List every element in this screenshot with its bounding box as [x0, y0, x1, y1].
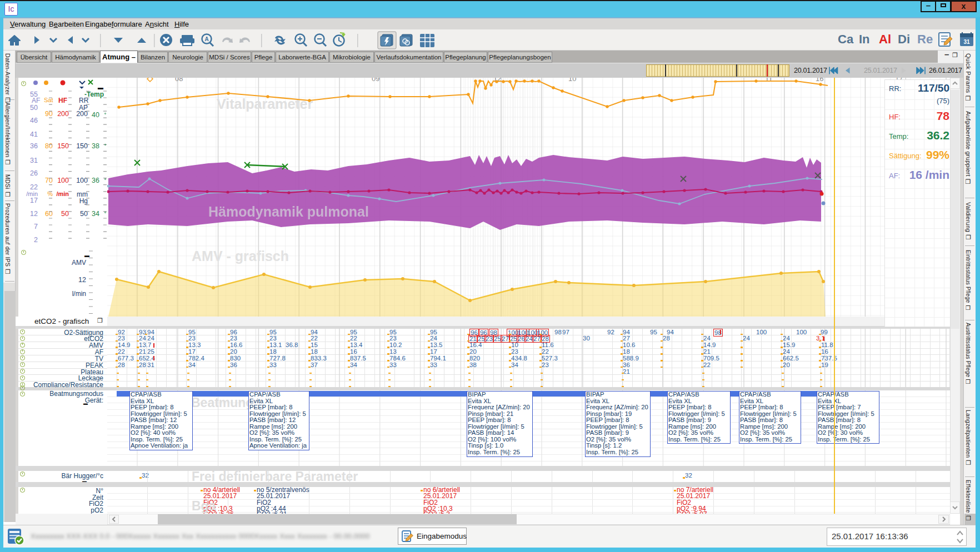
svg-text:Vitalparameter: Vitalparameter [217, 96, 313, 112]
svg-text:10: 10 [568, 78, 576, 83]
svg-text:Hämodynamik pulmonal: Hämodynamik pulmonal [208, 204, 369, 219]
svg-text:16: 16 [816, 78, 823, 83]
svg-text:A: A [204, 36, 208, 42]
svg-text:31: 31 [963, 39, 970, 45]
svg-text:09: 09 [372, 78, 379, 83]
svg-text:AMV - grafisch: AMV - grafisch [192, 248, 289, 264]
svg-text:11: 11 [765, 78, 773, 83]
svg-text:08: 08 [175, 78, 183, 83]
